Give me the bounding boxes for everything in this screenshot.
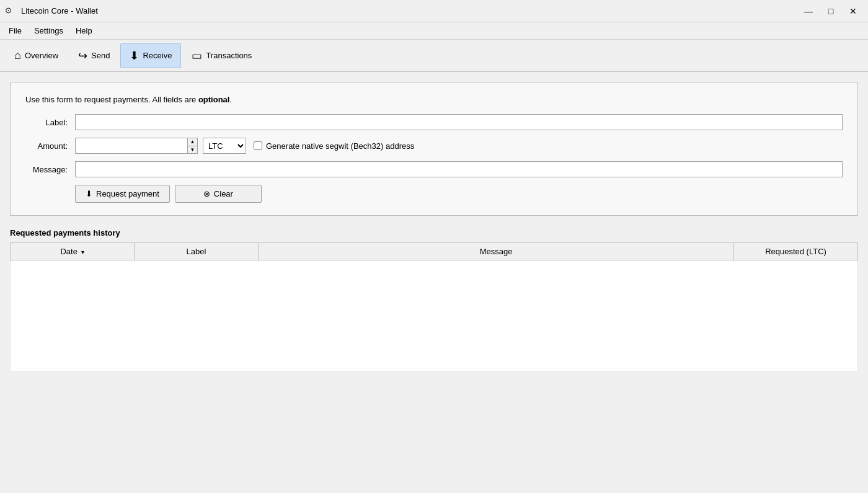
home-icon: ⌂ (14, 49, 21, 62)
history-empty-cell (11, 260, 858, 372)
column-label-label: Label (187, 247, 206, 256)
form-description-text: Use this form to request payments. All f… (25, 95, 198, 104)
tab-overview-label: Overview (25, 51, 58, 60)
history-title: Requested payments history (10, 228, 858, 238)
menu-help[interactable]: Help (69, 24, 99, 37)
tab-transactions-label: Transactions (206, 51, 252, 60)
message-field-label: Message: (25, 165, 75, 174)
message-input[interactable] (75, 161, 843, 177)
send-icon: ↪ (78, 49, 87, 63)
column-header-label: Label (135, 243, 259, 260)
clear-label: Clear (214, 189, 233, 198)
menu-settings[interactable]: Settings (28, 24, 69, 37)
amount-row: Amount: ▲ ▼ LTC USD Generate native segw… (25, 138, 843, 154)
column-message-label: Message (480, 247, 513, 256)
form-description: Use this form to request payments. All f… (25, 95, 843, 104)
menu-bar: File Settings Help (0, 22, 868, 40)
history-table-header-row: Date ▾ Label Message Requested (LTC) (11, 243, 858, 260)
request-payment-button[interactable]: ⬇ Request payment (75, 185, 170, 203)
request-payment-label: Request payment (96, 189, 159, 198)
amount-spinner-up[interactable]: ▲ (188, 138, 197, 146)
column-requested-label: Requested (LTC) (765, 247, 826, 256)
menu-file[interactable]: File (2, 24, 28, 37)
history-table-body (11, 260, 858, 372)
history-table: Date ▾ Label Message Requested (LTC) (10, 242, 858, 372)
segwit-wrapper: Generate native segwit (Bech32) address (254, 141, 414, 151)
tab-overview[interactable]: ⌂ Overview (5, 43, 68, 68)
form-description-end: . (229, 95, 232, 104)
maximize-button[interactable]: □ (821, 4, 841, 19)
tab-receive[interactable]: ⬇ Receive (120, 43, 181, 68)
minimize-button[interactable]: — (799, 4, 818, 19)
tab-transactions[interactable]: ▭ Transactions (182, 43, 261, 68)
column-date-label: Date (60, 247, 77, 256)
label-field-label: Label: (25, 118, 75, 127)
column-header-date[interactable]: Date ▾ (11, 243, 135, 260)
amount-spinner-down[interactable]: ▼ (188, 146, 197, 154)
amount-input[interactable] (76, 138, 187, 153)
clear-button[interactable]: ⊗ Clear (175, 185, 262, 203)
buttons-row: ⬇ Request payment ⊗ Clear (25, 185, 843, 203)
sort-arrow-date: ▾ (81, 249, 84, 255)
request-payment-icon: ⬇ (86, 189, 92, 198)
tab-receive-label: Receive (143, 51, 172, 60)
title-bar-left: ⊙ Litecoin Core - Wallet (5, 6, 98, 17)
column-header-requested: Requested (LTC) (734, 243, 858, 260)
segwit-checkbox[interactable] (254, 141, 262, 150)
currency-select[interactable]: LTC USD (203, 138, 246, 154)
receive-icon: ⬇ (130, 49, 139, 63)
clear-icon: ⊗ (203, 189, 210, 198)
tab-send[interactable]: ↪ Send (69, 43, 119, 68)
amount-input-wrapper: ▲ ▼ (75, 138, 198, 154)
main-content: Use this form to request payments. All f… (0, 72, 868, 493)
message-row: Message: (25, 161, 843, 177)
amount-field-label: Amount: (25, 141, 75, 151)
form-panel: Use this form to request payments. All f… (10, 82, 858, 216)
label-input[interactable] (75, 114, 843, 130)
amount-controls: ▲ ▼ LTC USD Generate native segwit (Bech… (75, 138, 414, 154)
history-empty-row (11, 260, 858, 372)
title-bar: ⊙ Litecoin Core - Wallet — □ ✕ (0, 0, 868, 22)
app-icon: ⊙ (5, 6, 16, 17)
transactions-icon: ▭ (192, 49, 202, 63)
segwit-label[interactable]: Generate native segwit (Bech32) address (266, 141, 414, 151)
form-description-bold: optional (198, 95, 230, 104)
title-bar-title: Litecoin Core - Wallet (21, 6, 98, 16)
title-bar-controls: — □ ✕ (799, 4, 863, 19)
history-section: Requested payments history Date ▾ Label … (10, 228, 858, 372)
amount-spinners: ▲ ▼ (187, 138, 197, 153)
tab-send-label: Send (91, 51, 110, 60)
toolbar: ⌂ Overview ↪ Send ⬇ Receive ▭ Transactio… (0, 40, 868, 72)
close-button[interactable]: ✕ (843, 4, 863, 19)
column-header-message: Message (259, 243, 734, 260)
label-row: Label: (25, 114, 843, 130)
